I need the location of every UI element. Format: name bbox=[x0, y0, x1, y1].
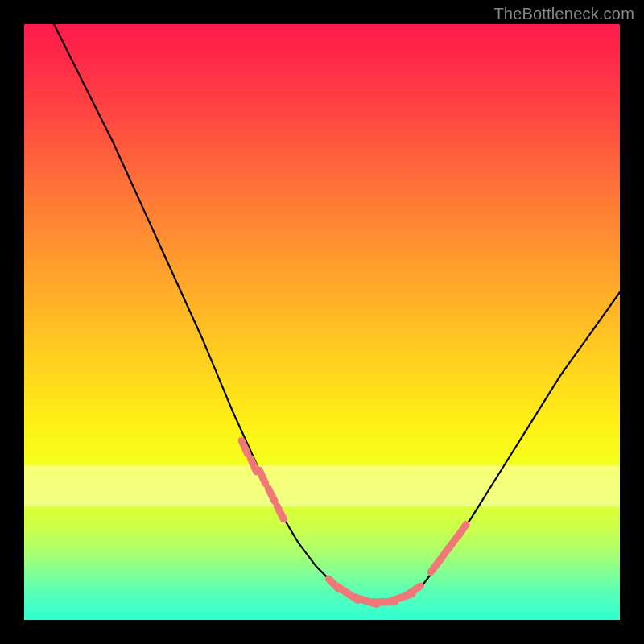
highlight-markers bbox=[242, 440, 466, 604]
highlight-marker bbox=[277, 506, 283, 519]
curve-layer bbox=[24, 24, 620, 620]
highlight-marker bbox=[259, 470, 265, 483]
chart-frame: TheBottleneck.com bbox=[0, 0, 644, 644]
bottleneck-curve bbox=[54, 24, 620, 602]
highlight-marker bbox=[408, 586, 420, 594]
highlight-marker bbox=[268, 489, 275, 502]
highlight-marker bbox=[458, 525, 466, 537]
plot-area bbox=[24, 24, 620, 620]
watermark-text: TheBottleneck.com bbox=[493, 5, 634, 23]
